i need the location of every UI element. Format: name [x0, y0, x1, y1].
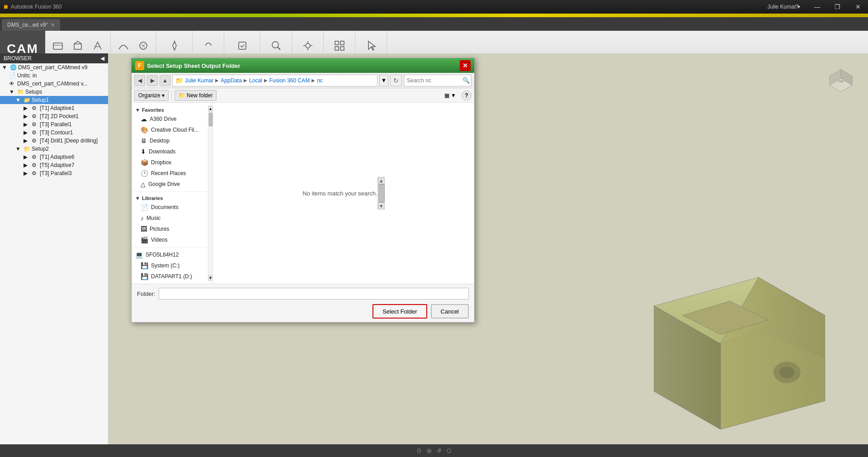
svg-marker-5: [173, 41, 176, 50]
libraries-section: ▼ Libraries: [132, 194, 208, 202]
nav-item-pictures[interactable]: 🖼 Pictures: [132, 224, 208, 234]
tab-document[interactable]: DMS_ce...ed v9° ✕: [2, 19, 60, 31]
nav-item-desktop[interactable]: 🖥 Desktop: [132, 135, 208, 146]
nav-item-a360drive[interactable]: ☁ A360 Drive: [132, 114, 208, 124]
scroll-up-arrow[interactable]: ▲: [208, 105, 212, 112]
svg-line-8: [278, 47, 280, 50]
tree-item-t1-adaptive6[interactable]: ▶ ⚙ [T1] Adaptive6: [0, 153, 108, 161]
tree-item-doc[interactable]: 👁 DMS_cert_part_CAMmed v...: [0, 80, 108, 88]
nav-item-music[interactable]: ♪ Music: [132, 213, 208, 224]
tree-item-t4-drill1[interactable]: ▶ ⚙ [T4] Drill1 [Deep drilling]: [0, 137, 108, 145]
addr-crumb-3[interactable]: Local: [249, 77, 262, 84]
help-dialog-button[interactable]: ?: [462, 90, 472, 100]
cancel-button[interactable]: Cancel: [431, 304, 469, 319]
scroll-down-arrow[interactable]: ▼: [208, 275, 212, 281]
units-label: Units: in: [17, 72, 106, 79]
nav-videos-label: Videos: [151, 237, 167, 243]
t5-label: [T5] Adaptive7: [40, 162, 106, 168]
tree-item-setups[interactable]: ▼ 📁 Setups: [0, 88, 108, 96]
new-folder-button[interactable]: 📁 New folder: [175, 90, 217, 101]
libraries-label: Libraries: [142, 195, 163, 201]
nav-computer-label: SFO5L84H12: [146, 252, 179, 258]
dialog-close-button[interactable]: ✕: [460, 60, 471, 71]
addr-crumb-4[interactable]: Fusion 360 CAM: [269, 77, 310, 84]
t1a6-expand-icon: ▶: [24, 154, 32, 160]
dropbox-icon: 📦: [141, 159, 148, 166]
tree-item-t5-adaptive7[interactable]: ▶ ⚙ [T5] Adaptive7: [0, 161, 108, 169]
folder-input[interactable]: [159, 288, 469, 300]
address-path[interactable]: 📁 Julie Kumar ▶ AppData ▶ Local ▶ Fusion…: [172, 75, 377, 86]
close-button[interactable]: ✕: [848, 0, 868, 14]
cancel-label: Cancel: [441, 308, 459, 315]
view-toggle-button[interactable]: ▦ ▼: [441, 90, 460, 101]
back-button[interactable]: ◀: [134, 75, 145, 86]
content-scroll-up[interactable]: ▲: [378, 177, 385, 184]
systemc-icon: 💾: [141, 262, 148, 269]
dialog-toolbar: Organize ▾ 📁 New folder ▦ ▼ ?: [132, 88, 474, 103]
nav-item-creative-cloud[interactable]: 🎨 Creative Cloud Fil...: [132, 124, 208, 135]
nav-item-videos[interactable]: 🎬 Videos: [132, 234, 208, 245]
nav-item-downloads[interactable]: ⬇ Downloads: [132, 146, 208, 157]
help-button[interactable]: ?: [787, 0, 807, 14]
nav-item-google-drive[interactable]: △ Google Drive: [132, 179, 208, 190]
nav-pictures-label: Pictures: [150, 226, 169, 232]
tree-item-root[interactable]: ▼ 🌐 DMS_cert_part_CAMmed v9: [0, 63, 108, 71]
nav-item-dropbox[interactable]: 📦 Dropbox: [132, 157, 208, 168]
t3p3-expand-icon: ▶: [24, 170, 32, 176]
app-title: ■ Autodesk Fusion 360: [4, 3, 61, 11]
pictures-icon: 🖼: [141, 225, 147, 233]
accent-bar: [0, 14, 868, 17]
nav-scrollbar[interactable]: ▲ ▼: [208, 105, 212, 281]
content-scroll-down[interactable]: ▼: [378, 202, 385, 209]
setup2-folder-icon: 📁: [24, 146, 32, 152]
sidebar-header: BROWSER ◀: [0, 53, 108, 63]
svg-rect-6: [239, 42, 246, 49]
nav-item-datapart1[interactable]: 💾 DATAPART1 (D:): [132, 271, 208, 281]
tree-item-setup1[interactable]: ▼ 📁 Setup1: [0, 96, 108, 104]
nav-item-documents[interactable]: 📄 Documents: [132, 202, 208, 213]
maximize-button[interactable]: ❐: [827, 0, 848, 14]
setup1-folder-icon: 📁: [24, 97, 32, 103]
tree-item-t3-parallel1[interactable]: ▶ ⚙ [T3] Parallel1: [0, 120, 108, 129]
expand-icon: ▼: [2, 64, 10, 71]
t3p3-icon: ⚙: [32, 170, 40, 176]
tree-item-units[interactable]: 📄 Units: in: [0, 71, 108, 80]
tree-item-t3-parallel3[interactable]: ▶ ⚙ [T3] Parallel3: [0, 169, 108, 177]
select-folder-label: Select Folder: [382, 308, 417, 315]
forward-button[interactable]: ▶: [147, 75, 158, 86]
svg-point-7: [272, 42, 278, 48]
favorites-label: Favorites: [142, 107, 164, 113]
sidebar-collapse-icon[interactable]: ◀: [100, 55, 104, 62]
a360-icon: ☁: [141, 115, 147, 123]
t1a6-label: [T1] Adaptive6: [40, 154, 106, 160]
tree-item-setup2[interactable]: ▼ 📁 Setup2: [0, 145, 108, 153]
computer-icon: 💻: [135, 251, 143, 258]
t4-label: [T4] Drill1 [Deep drilling]: [40, 138, 106, 144]
sidebar: BROWSER ◀ ▼ 🌐 DMS_cert_part_CAMmed v9 📄 …: [0, 53, 108, 457]
select-folder-button[interactable]: Select Folder: [373, 304, 427, 319]
t2-expand-icon: ▶: [24, 113, 32, 119]
nav-item-recent-places[interactable]: 🕐 Recent Places: [132, 168, 208, 179]
tree-item-t3-contour1[interactable]: ▶ ⚙ [T3] Contour1: [0, 129, 108, 137]
addr-crumb-2[interactable]: AppData: [221, 77, 242, 84]
datapart-icon: 💾: [141, 273, 148, 280]
search-input[interactable]: [404, 75, 472, 86]
svg-rect-11: [340, 41, 344, 45]
nav-item-computer[interactable]: 💻 SFO5L84H12: [132, 249, 208, 260]
addr-crumb-5[interactable]: nc: [317, 77, 323, 84]
nav-item-system-c[interactable]: 💾 System (C:): [132, 260, 208, 271]
tab-close-button[interactable]: ✕: [51, 22, 55, 28]
search-icon[interactable]: 🔍: [462, 77, 470, 84]
path-dropdown-button[interactable]: ▼: [379, 75, 388, 86]
up-button[interactable]: ▲: [160, 75, 170, 86]
scroll-thumb[interactable]: [209, 113, 212, 126]
tree-item-t1-adaptive1[interactable]: ▶ ⚙ [T1] Adaptive1: [0, 104, 108, 112]
minimize-button[interactable]: —: [807, 0, 827, 14]
refresh-button[interactable]: ↻: [390, 75, 402, 86]
content-scroll-thumb[interactable]: [378, 184, 385, 202]
organize-button[interactable]: Organize ▾: [134, 90, 169, 101]
gdrive-icon: △: [141, 181, 146, 188]
content-scrollbar[interactable]: ▲ ▼: [377, 177, 385, 209]
addr-crumb-1[interactable]: Julie Kumar: [185, 77, 213, 84]
tree-item-t2-2dpocket1[interactable]: ▶ ⚙ [T2] 2D Pocket1: [0, 112, 108, 120]
